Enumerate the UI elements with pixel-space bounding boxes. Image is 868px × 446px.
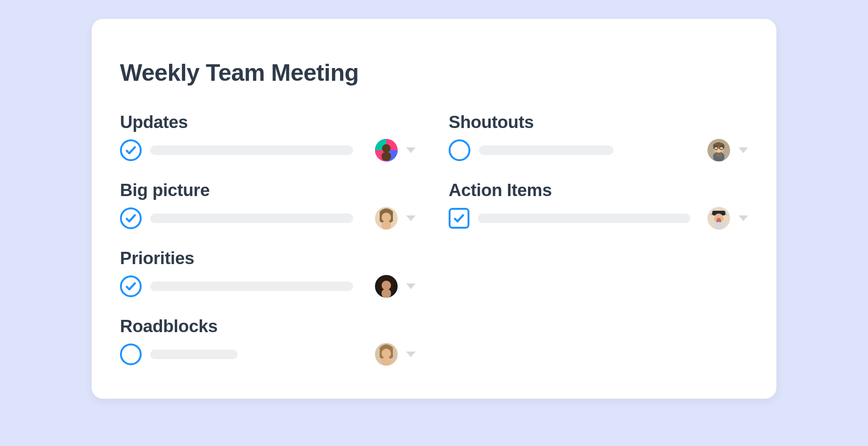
section-shoutouts: Shoutouts	[449, 112, 748, 162]
item-placeholder	[479, 146, 613, 155]
status-toggle[interactable]	[120, 275, 142, 297]
agenda-item-row	[120, 139, 416, 162]
check-icon	[453, 212, 465, 224]
svg-rect-10	[382, 289, 391, 298]
svg-rect-7	[382, 221, 391, 230]
item-placeholder	[150, 350, 238, 359]
section-updates: Updates	[120, 112, 416, 162]
section-action-items: Action Items	[449, 180, 748, 230]
right-column: Shoutouts Action Items	[449, 112, 748, 366]
section-big-picture: Big picture	[120, 180, 416, 230]
section-heading: Action Items	[449, 180, 748, 200]
check-icon	[125, 280, 137, 292]
section-heading: Updates	[120, 112, 416, 132]
section-heading: Shoutouts	[449, 112, 748, 132]
assignee-avatar[interactable]	[375, 207, 398, 230]
section-heading: Roadblocks	[120, 317, 416, 336]
svg-point-6	[382, 213, 391, 222]
check-icon	[125, 212, 137, 224]
chevron-down-icon[interactable]	[406, 352, 416, 357]
chevron-down-icon[interactable]	[739, 215, 748, 221]
status-toggle[interactable]	[120, 343, 142, 365]
item-placeholder	[150, 146, 353, 155]
meeting-agenda-card: Weekly Team Meeting Updates	[92, 19, 776, 399]
status-checkbox[interactable]	[449, 208, 469, 229]
assignee-avatar[interactable]	[375, 275, 398, 298]
assignee-avatar[interactable]	[375, 139, 398, 162]
svg-rect-24	[714, 222, 723, 230]
agenda-item-row	[120, 207, 416, 230]
section-roadblocks: Roadblocks	[120, 317, 416, 366]
chevron-down-icon[interactable]	[406, 147, 416, 153]
svg-point-3	[382, 144, 391, 153]
check-icon	[125, 144, 137, 156]
assignee-avatar[interactable]	[375, 343, 398, 366]
status-toggle[interactable]	[120, 139, 142, 161]
status-toggle[interactable]	[120, 207, 142, 229]
chevron-down-icon[interactable]	[406, 283, 416, 289]
page-title: Weekly Team Meeting	[120, 59, 748, 86]
section-heading: Big picture	[120, 180, 416, 200]
agenda-columns: Updates Big picture	[120, 112, 748, 366]
section-priorities: Priorities	[120, 249, 416, 298]
item-placeholder	[150, 282, 353, 291]
assignee-avatar[interactable]	[707, 207, 730, 230]
svg-rect-4	[382, 152, 391, 161]
section-heading: Priorities	[120, 249, 416, 268]
item-placeholder	[478, 214, 690, 223]
status-toggle[interactable]	[449, 139, 470, 161]
agenda-item-row	[449, 207, 748, 230]
agenda-item-row	[120, 343, 416, 366]
item-placeholder	[150, 214, 353, 223]
agenda-item-row	[449, 139, 748, 162]
chevron-down-icon[interactable]	[406, 215, 416, 221]
agenda-item-row	[120, 275, 416, 298]
svg-point-12	[382, 349, 391, 358]
chevron-down-icon[interactable]	[739, 147, 748, 153]
svg-point-9	[382, 281, 391, 290]
assignee-avatar[interactable]	[707, 139, 730, 162]
svg-rect-13	[382, 357, 391, 366]
left-column: Updates Big picture	[120, 112, 416, 366]
